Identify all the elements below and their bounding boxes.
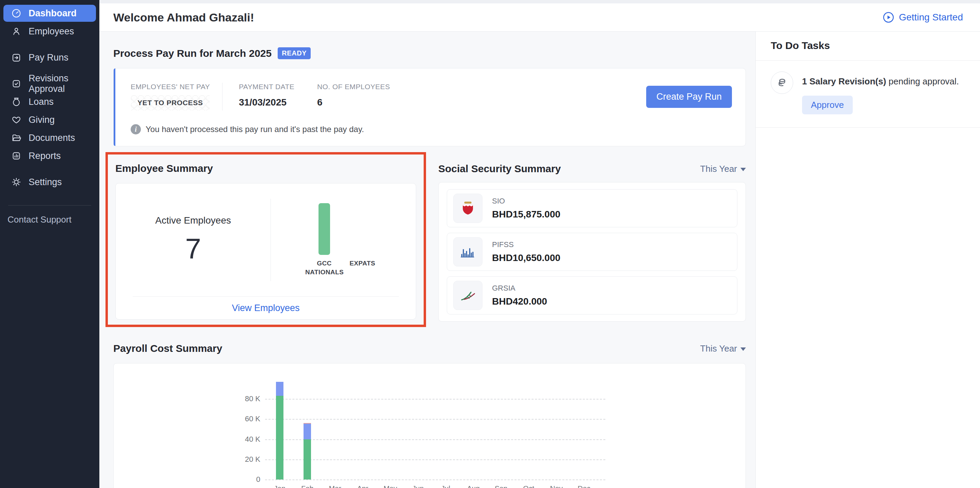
list-item-grsia: GRSIA BHD420.000 bbox=[447, 276, 737, 315]
x-axis-tick: Mar2025 bbox=[320, 483, 350, 488]
x-axis-tick: Jul2025 bbox=[430, 483, 461, 488]
bar-segment-red bbox=[304, 423, 311, 424]
sidebar-item-giving[interactable]: Giving bbox=[3, 111, 96, 128]
social-security-period-dropdown[interactable]: This Year bbox=[700, 164, 746, 174]
employee-count-value: 6 bbox=[317, 97, 395, 108]
net-pay-chip: YET TO PROCESS bbox=[130, 95, 210, 111]
sidebar-item-settings[interactable]: Settings bbox=[3, 173, 96, 191]
chevron-down-icon bbox=[740, 168, 746, 171]
bar-segment-green bbox=[304, 439, 311, 480]
x-axis-tick: Sep2025 bbox=[485, 483, 516, 488]
net-pay-stat: EMPLOYEES' NET PAY YET TO PROCESS bbox=[130, 83, 210, 111]
view-employees-link[interactable]: View Employees bbox=[232, 303, 299, 313]
sidebar-item-label: Dashboard bbox=[29, 8, 76, 19]
bar-segment-green bbox=[276, 396, 283, 480]
app-root: Dashboard Employees Pay Runs Revisions A… bbox=[0, 0, 980, 488]
payroll-chart-card: 020 K40 K60 K80 KJan2025Feb2025Mar2025Ap… bbox=[113, 363, 746, 488]
x-axis-tick: Oct2025 bbox=[514, 483, 544, 488]
todo-title: To Do Tasks bbox=[771, 40, 965, 51]
payroll-title: Payroll Cost Summary bbox=[113, 343, 222, 354]
bar-segment-blue bbox=[276, 382, 283, 396]
employee-summary-title: Employee Summary bbox=[115, 163, 416, 174]
active-employees-block: Active Employees 7 bbox=[116, 183, 270, 296]
page-title: Welcome Ahmad Ghazali! bbox=[113, 11, 254, 24]
social-security-title: Social Security Summary bbox=[438, 163, 561, 175]
sidebar-item-label: Settings bbox=[29, 177, 62, 188]
sidebar-item-label: Employees bbox=[29, 26, 74, 37]
social-security-section: Social Security Summary This Year bbox=[438, 152, 746, 321]
x-axis-tick: May2025 bbox=[375, 483, 406, 488]
payroll-bar-chart: 020 K40 K60 K80 KJan2025Feb2025Mar2025Ap… bbox=[265, 377, 605, 480]
x-axis-tick: Dec2025 bbox=[569, 483, 599, 488]
payroll-section: Payroll Cost Summary This Year 020 K40 K… bbox=[113, 343, 746, 488]
info-icon: i bbox=[130, 124, 141, 134]
payment-date-value: 31/03/2025 bbox=[239, 97, 317, 108]
sidebar-item-label: Documents bbox=[29, 133, 75, 143]
payrun-section-header: Process Pay Run for March 2025 READY bbox=[113, 47, 746, 59]
coins-icon bbox=[771, 72, 793, 94]
x-axis-tick: Apr2025 bbox=[347, 483, 378, 488]
sio-amount: BHD15,875.000 bbox=[492, 209, 560, 220]
todo-task-item: 1 Salary Revision(s) pending approval. A… bbox=[756, 60, 980, 128]
payroll-period-dropdown[interactable]: This Year bbox=[700, 343, 746, 354]
sio-label: SIO bbox=[492, 197, 560, 205]
page-header: Welcome Ahmad Ghazali! Getting Started bbox=[99, 3, 980, 32]
sidebar: Dashboard Employees Pay Runs Revisions A… bbox=[0, 0, 99, 488]
gridline bbox=[265, 480, 605, 480]
y-axis-tick: 40 K bbox=[231, 435, 260, 444]
employee-summary-card: Active Employees 7 GCC NATIONALSEXPATS bbox=[115, 183, 416, 320]
sidebar-item-label: Reports bbox=[29, 151, 61, 161]
grsia-label: GRSIA bbox=[492, 284, 547, 292]
todo-panel: To Do Tasks 1 Salary Revision(s) pen bbox=[756, 32, 980, 488]
pifss-label: PIFSS bbox=[492, 240, 560, 249]
getting-started-link[interactable]: Getting Started bbox=[883, 11, 963, 23]
gridline bbox=[265, 419, 605, 420]
sidebar-item-dashboard[interactable]: Dashboard bbox=[3, 5, 96, 22]
task-text: 1 Salary Revision(s) pending approval. bbox=[802, 76, 959, 87]
y-axis-tick: 0 bbox=[231, 475, 260, 484]
sidebar-item-employees[interactable]: Employees bbox=[3, 23, 96, 40]
sidebar-item-label: Revisions Approval bbox=[29, 73, 91, 94]
chevron-down-icon bbox=[740, 347, 746, 351]
sidebar-item-revisions-approval[interactable]: Revisions Approval bbox=[3, 75, 96, 92]
revisions-approval-icon bbox=[11, 78, 22, 89]
employee-bar bbox=[318, 203, 330, 255]
sidebar-item-reports[interactable]: Reports bbox=[3, 147, 96, 164]
employees-icon bbox=[11, 26, 22, 37]
employee-bar-label: EXPATS bbox=[350, 259, 375, 268]
sidebar-item-documents[interactable]: Documents bbox=[3, 129, 96, 146]
list-item-pifss: PIFSS BHD10,650.000 bbox=[447, 233, 737, 271]
grsia-icon bbox=[453, 281, 482, 310]
employee-summary-highlight: Employee Summary Active Employees 7 GCC … bbox=[105, 152, 426, 327]
pifss-icon bbox=[453, 237, 482, 267]
sidebar-item-label: Loans bbox=[29, 97, 54, 107]
pay-runs-icon bbox=[11, 52, 22, 63]
top-strip bbox=[99, 0, 980, 3]
sidebar-item-label: Giving bbox=[29, 115, 55, 125]
gridline bbox=[265, 459, 605, 460]
dashboard-icon bbox=[11, 8, 22, 19]
x-axis-tick: Nov2025 bbox=[541, 483, 572, 488]
x-axis-tick: Jun2025 bbox=[403, 483, 434, 488]
loans-icon bbox=[11, 96, 22, 107]
y-axis-tick: 80 K bbox=[231, 394, 260, 403]
contact-support-link[interactable]: Contact Support bbox=[3, 215, 96, 225]
active-employees-label: Active Employees bbox=[155, 215, 231, 226]
employee-bar-slot: GCC NATIONALS bbox=[305, 203, 343, 276]
x-axis-tick: Aug2025 bbox=[458, 483, 488, 488]
employee-bar-label: GCC NATIONALS bbox=[305, 259, 343, 276]
y-axis-tick: 60 K bbox=[231, 415, 260, 423]
status-badge: READY bbox=[278, 47, 311, 59]
payment-date-stat: PAYMENT DATE 31/03/2025 bbox=[239, 83, 317, 108]
approve-button[interactable]: Approve bbox=[802, 95, 853, 114]
documents-icon bbox=[11, 132, 22, 143]
employee-count-label: NO. OF EMPLOYEES bbox=[317, 83, 395, 91]
sidebar-item-label: Pay Runs bbox=[29, 52, 68, 63]
payrun-note: i You haven't processed this pay run and… bbox=[130, 124, 732, 134]
x-axis-tick: Jan2025 bbox=[264, 483, 295, 488]
sidebar-item-loans[interactable]: Loans bbox=[3, 93, 96, 110]
main-content: Process Pay Run for March 2025 READY EMP… bbox=[99, 32, 756, 488]
sio-icon bbox=[453, 194, 482, 223]
create-pay-run-button[interactable]: Create Pay Run bbox=[646, 86, 732, 108]
sidebar-item-pay-runs[interactable]: Pay Runs bbox=[3, 49, 96, 66]
